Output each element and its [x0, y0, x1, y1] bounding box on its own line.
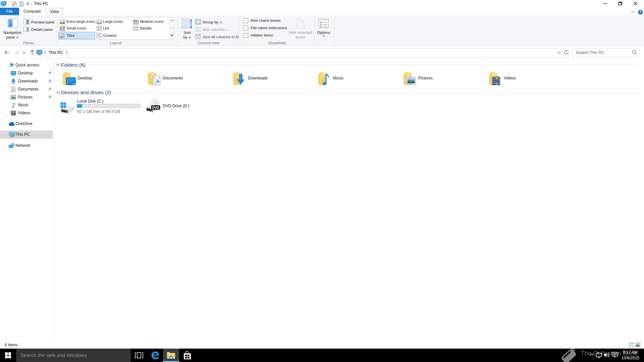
- svg-text:DVD: DVD: [152, 106, 159, 110]
- svg-text:?: ?: [639, 10, 642, 14]
